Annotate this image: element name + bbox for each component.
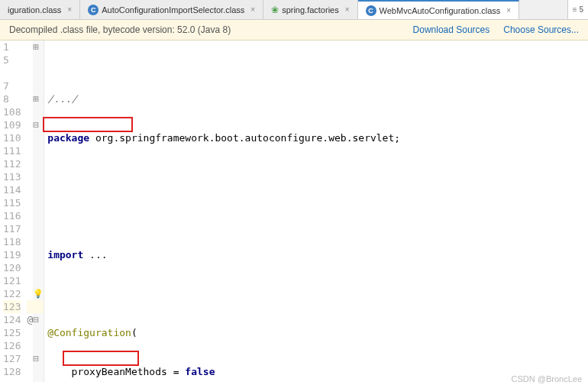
code-area[interactable]: /.../ package org.springframework.boot.a… [44, 40, 588, 382]
tab-label: WebMvcAutoConfiguration.class [380, 6, 501, 15]
highlight-box-bean [63, 351, 139, 366]
tab-label: iguration.class [8, 5, 61, 15]
tab-0[interactable]: iguration.class× [0, 0, 80, 19]
list-icon: ≡ 5 [573, 5, 583, 14]
tab-1[interactable]: CAutoConfigurationImportSelector.class× [80, 0, 263, 19]
decompiled-info-bar: Decompiled .class file, bytecode version… [0, 20, 588, 40]
tabs-overflow-button[interactable]: ≡ 5 [567, 0, 588, 19]
close-icon[interactable]: × [250, 5, 255, 14]
watermark: CSDN @BroncLee [512, 374, 582, 383]
class-icon: C [366, 5, 376, 16]
choose-sources-link[interactable]: Choose Sources... [503, 24, 579, 35]
tab-label: AutoConfigurationImportSelector.class [102, 5, 244, 15]
bulb-icon[interactable]: 💡 [33, 287, 44, 300]
close-icon[interactable]: × [506, 6, 511, 15]
annotations-gutter: @ [27, 40, 33, 382]
tab-3[interactable]: CWebMvcAutoConfiguration.class× [358, 0, 520, 19]
tab-2[interactable]: ❀spring.factories× [263, 0, 357, 19]
spring-icon: ❀ [271, 5, 279, 15]
close-icon[interactable]: × [345, 5, 350, 14]
code-editor[interactable]: 1 5 7 8 108 109 110 111 112 113 114 115 … [0, 40, 588, 382]
fold-gutter[interactable]: ⊞⊞⊟💡⊟⊟ [33, 40, 44, 382]
class-icon: C [88, 5, 99, 15]
close-icon[interactable]: × [67, 5, 72, 14]
info-text: Decompiled .class file, bytecode version… [9, 24, 231, 35]
line-numbers: 1 5 7 8 108 109 110 111 112 113 114 115 … [0, 40, 27, 382]
editor-tabs: iguration.class× CAutoConfigurationImpor… [0, 0, 588, 20]
highlight-box-configuration [43, 117, 133, 132]
tab-label: spring.factories [282, 5, 339, 15]
download-sources-link[interactable]: Download Sources [413, 24, 490, 35]
